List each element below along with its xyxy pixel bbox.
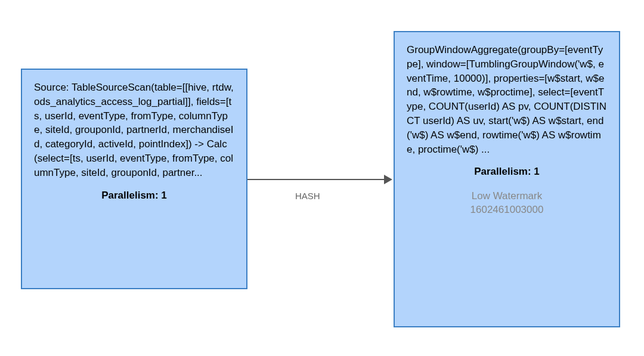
aggregate-node[interactable]: GroupWindowAggregate(groupBy=[eventType]… bbox=[394, 31, 620, 327]
edge-arrowhead bbox=[384, 175, 392, 184]
edge-line bbox=[247, 179, 386, 180]
edge-label: HASH bbox=[295, 191, 320, 201]
source-parallelism-label: Parallelism: 1 bbox=[34, 188, 234, 203]
watermark-value: 1602461003000 bbox=[407, 203, 607, 217]
aggregate-node-text: GroupWindowAggregate(groupBy=[eventType]… bbox=[407, 43, 607, 156]
watermark-label: Low Watermark bbox=[407, 190, 607, 203]
aggregate-parallelism-label: Parallelism: 1 bbox=[407, 165, 607, 179]
watermark-section: Low Watermark 1602461003000 bbox=[407, 190, 607, 217]
source-node-text: Source: TableSourceScan(table=[[hive, rt… bbox=[34, 81, 234, 180]
source-node[interactable]: Source: TableSourceScan(table=[[hive, rt… bbox=[21, 69, 247, 289]
